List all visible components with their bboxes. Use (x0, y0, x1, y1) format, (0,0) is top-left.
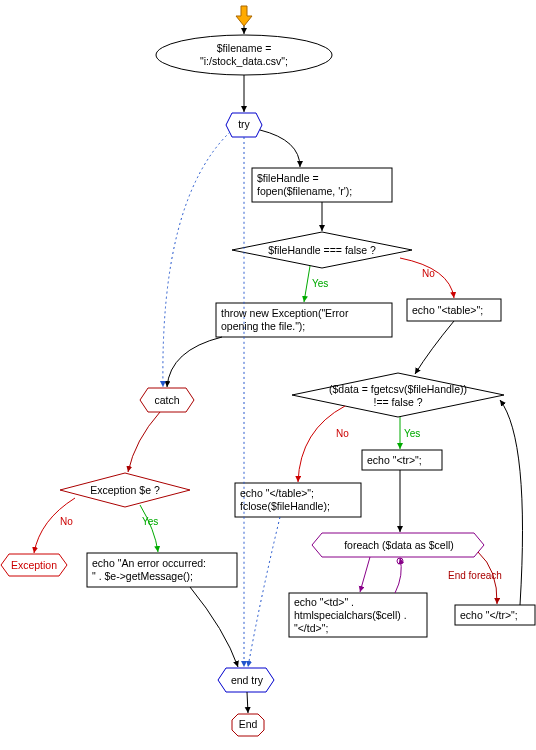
node-echo-err (87, 553, 237, 587)
node-exc-q (60, 473, 190, 507)
node-catch (140, 388, 194, 412)
node-try (226, 113, 262, 137)
node-echo-td (289, 593, 427, 637)
node-exception (1, 554, 67, 576)
node-filename (156, 35, 332, 75)
node-echo-table (407, 299, 501, 321)
svg-line-3 (304, 266, 310, 302)
node-endtry (218, 668, 274, 692)
flowchart-canvas (0, 0, 536, 750)
node-check-false (232, 232, 412, 268)
node-throw (216, 303, 392, 337)
node-fopen (252, 168, 392, 202)
node-echo-tr (362, 450, 442, 470)
svg-line-8 (247, 692, 248, 713)
node-while (292, 373, 504, 417)
start-arrow (236, 6, 252, 26)
node-close-table (235, 483, 361, 517)
node-foreach (312, 533, 484, 557)
node-echo-endtr (455, 605, 535, 625)
node-end (232, 714, 264, 736)
svg-line-6 (360, 557, 370, 592)
